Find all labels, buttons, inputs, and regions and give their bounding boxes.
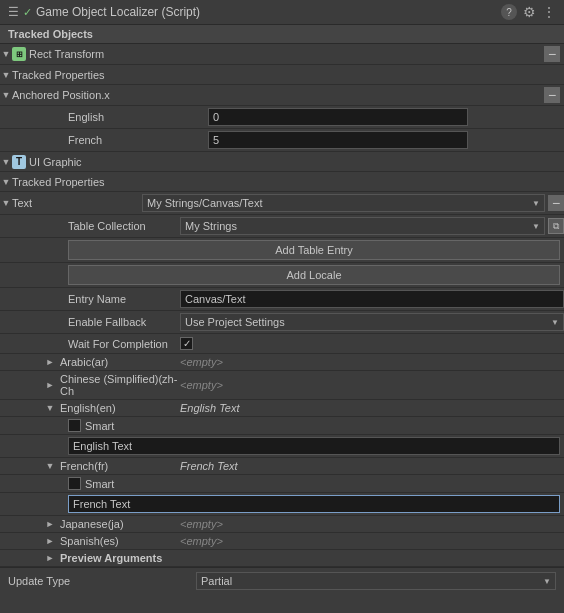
- english-text-input-row: [0, 435, 564, 458]
- text-label: Text: [12, 197, 142, 209]
- rect-icon: ⊞: [12, 47, 26, 61]
- japanese-arrow[interactable]: [44, 518, 56, 530]
- arabic-value: <empty>: [180, 356, 564, 368]
- french-text-input-row: [0, 493, 564, 516]
- wait-completion-checkbox[interactable]: [180, 337, 193, 350]
- entry-name-label: Entry Name: [68, 293, 180, 305]
- french-row: French: [0, 129, 564, 152]
- title-bar: ☰ ✓ Game Object Localizer (Script) ? ⚙ ⋮: [0, 0, 564, 25]
- enable-fallback-select[interactable]: Use Project Settings: [180, 313, 564, 331]
- add-table-entry-row: Add Table Entry: [0, 238, 564, 263]
- french-fr-label: French(fr): [0, 460, 180, 472]
- french-fr-value: French Text: [180, 460, 564, 472]
- help-icon[interactable]: ?: [501, 4, 517, 20]
- title-bar-icons: ? ⚙ ⋮: [501, 4, 556, 20]
- text-row: Text My Strings/Canvas/Text −: [0, 192, 564, 215]
- anchored-label: Anchored Position.x: [12, 89, 110, 101]
- chinese-arrow[interactable]: [44, 379, 56, 391]
- text-arrow[interactable]: [0, 197, 12, 209]
- table-collection-row: Table Collection My Strings ⧉: [0, 215, 564, 238]
- rect-transform-arrow[interactable]: [0, 48, 12, 60]
- english-text-input[interactable]: [68, 437, 560, 455]
- english-smart-row: Smart: [0, 417, 564, 435]
- chinese-value: <empty>: [180, 379, 564, 391]
- arabic-arrow[interactable]: [44, 356, 56, 368]
- french-fr-row: French(fr) French Text: [0, 458, 564, 475]
- spanish-label: Spanish(es): [0, 535, 180, 547]
- title-bar-left: ☰ ✓ Game Object Localizer (Script): [8, 5, 200, 19]
- french-smart-label: Smart: [85, 478, 114, 490]
- english-en-row: English(en) English Text: [0, 400, 564, 417]
- rect-tracked-arrow[interactable]: [0, 69, 12, 81]
- french-smart-checkbox[interactable]: [68, 477, 81, 490]
- ui-graphic-arrow[interactable]: [0, 156, 12, 168]
- french-fr-arrow[interactable]: [44, 460, 56, 472]
- rect-tracked-label: Tracked Properties: [12, 69, 105, 81]
- add-table-entry-button[interactable]: Add Table Entry: [68, 240, 560, 260]
- bottom-section: Update Type Partial: [0, 567, 564, 594]
- english-en-arrow[interactable]: [44, 402, 56, 414]
- enable-fallback-row: Enable Fallback Use Project Settings: [0, 311, 564, 334]
- french-value-wrapper: [208, 131, 564, 149]
- french-text-input[interactable]: [68, 495, 560, 513]
- entry-name-input[interactable]: [180, 290, 564, 308]
- preview-arguments-arrow[interactable]: [44, 552, 56, 564]
- ui-graphic-row: T UI Graphic: [0, 152, 564, 172]
- entry-name-row: Entry Name: [0, 288, 564, 311]
- chinese-row: Chinese (Simplified)(zh-Ch <empty>: [0, 371, 564, 400]
- settings-icon[interactable]: ⚙: [523, 4, 536, 20]
- english-label: English: [68, 111, 208, 123]
- spanish-value: <empty>: [180, 535, 564, 547]
- copy-icon[interactable]: ⧉: [548, 218, 564, 234]
- add-locale-button[interactable]: Add Locale: [68, 265, 560, 285]
- arabic-label: Arabic(ar): [0, 356, 180, 368]
- english-smart-label: Smart: [85, 420, 114, 432]
- rect-transform-row: ⊞ Rect Transform −: [0, 44, 564, 65]
- spanish-arrow[interactable]: [44, 535, 56, 547]
- ui-tracked-arrow[interactable]: [0, 176, 12, 188]
- text-remove-button[interactable]: −: [548, 195, 564, 211]
- anchored-remove-button[interactable]: −: [544, 87, 560, 103]
- overflow-icon[interactable]: ⋮: [542, 4, 556, 20]
- french-label: French: [68, 134, 208, 146]
- text-dropdown[interactable]: My Strings/Canvas/Text: [142, 194, 545, 212]
- ui-graphic-label: UI Graphic: [29, 156, 82, 168]
- french-input[interactable]: [208, 131, 468, 149]
- ui-tracked-properties-row: Tracked Properties: [0, 172, 564, 192]
- japanese-label: Japanese(ja): [0, 518, 180, 530]
- enable-fallback-label: Enable Fallback: [68, 316, 180, 328]
- tracked-objects-header: Tracked Objects: [0, 25, 564, 44]
- english-value-wrapper: [208, 108, 564, 126]
- ui-tracked-label: Tracked Properties: [12, 176, 105, 188]
- check-icon: ✓: [23, 6, 32, 19]
- preview-arguments-label: Preview Arguments: [0, 552, 180, 564]
- english-row: English: [0, 106, 564, 129]
- update-type-label: Update Type: [8, 575, 188, 587]
- table-collection-label: Table Collection: [68, 220, 180, 232]
- english-en-label: English(en): [0, 402, 180, 414]
- wait-completion-label: Wait For Completion: [68, 338, 180, 350]
- wait-completion-row: Wait For Completion: [0, 334, 564, 354]
- rect-transform-label: Rect Transform: [29, 48, 104, 60]
- chinese-label: Chinese (Simplified)(zh-Ch: [0, 373, 180, 397]
- japanese-row: Japanese(ja) <empty>: [0, 516, 564, 533]
- menu-icon[interactable]: ☰: [8, 5, 19, 19]
- french-smart-row: Smart: [0, 475, 564, 493]
- update-type-select[interactable]: Partial: [196, 572, 556, 590]
- content: ⊞ Rect Transform − Tracked Properties An…: [0, 44, 564, 567]
- english-smart-checkbox[interactable]: [68, 419, 81, 432]
- arabic-row: Arabic(ar) <empty>: [0, 354, 564, 371]
- anchored-position-row: Anchored Position.x −: [0, 85, 564, 106]
- rect-transform-remove-button[interactable]: −: [544, 46, 560, 62]
- spanish-row: Spanish(es) <empty>: [0, 533, 564, 550]
- add-locale-row: Add Locale: [0, 263, 564, 288]
- preview-arguments-row: Preview Arguments: [0, 550, 564, 567]
- rect-tracked-properties-row: Tracked Properties: [0, 65, 564, 85]
- title-label: Game Object Localizer (Script): [36, 5, 200, 19]
- japanese-value: <empty>: [180, 518, 564, 530]
- english-en-value: English Text: [180, 402, 564, 414]
- t-icon: T: [12, 155, 26, 169]
- table-collection-select[interactable]: My Strings: [180, 217, 545, 235]
- anchored-arrow[interactable]: [0, 89, 12, 101]
- english-input[interactable]: [208, 108, 468, 126]
